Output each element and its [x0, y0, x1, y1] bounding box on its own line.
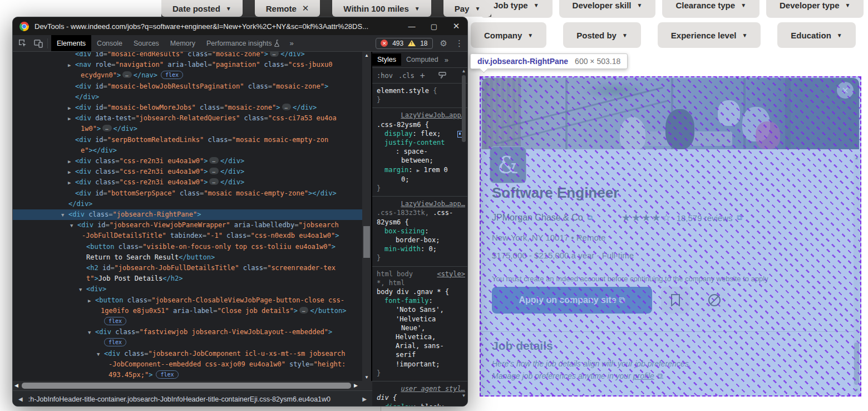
- expand-ellipsis-button[interactable]: …: [102, 125, 111, 131]
- css-line[interactable]: box-sizing:: [377, 227, 465, 236]
- elements-horizontal-scrollbar[interactable]: ◀ ▶: [13, 381, 372, 390]
- close-job-pane-button[interactable]: ✕: [837, 82, 854, 99]
- more-tabs-button[interactable]: »: [445, 56, 448, 64]
- filter-date-posted[interactable]: Date posted▼: [161, 0, 243, 17]
- css-line[interactable]: 'Noto Sans',: [377, 305, 465, 314]
- expand-arrow-closed-icon[interactable]: ▶: [88, 296, 91, 306]
- css-line[interactable]: border-box;: [377, 236, 465, 244]
- styles-scrollbar[interactable]: ▲ ▼: [461, 68, 467, 403]
- filter-company[interactable]: Company▼: [471, 22, 546, 48]
- filter-clearance-type[interactable]: Clearance type▼: [662, 0, 760, 18]
- dom-node-selected[interactable]: ▼<div class="jobsearch-RightPane">: [13, 209, 362, 220]
- expand-arrow-open-icon[interactable]: ▼: [88, 327, 91, 338]
- save-job-button[interactable]: [661, 287, 690, 314]
- stylesheet-link[interactable]: LazyViewJob…app…: [401, 111, 465, 120]
- scrollbar-thumb[interactable]: [22, 383, 351, 389]
- issues-badge[interactable]: ✕ 493 18: [376, 38, 432, 49]
- settings-gear-icon[interactable]: ⚙: [436, 38, 451, 48]
- dom-node[interactable]: ▶<div data-test="jobsearch-RelatedQuerie…: [13, 113, 362, 124]
- dom-node[interactable]: <h2 id="jobsearch-JobFullDetailsTitle" c…: [13, 263, 362, 273]
- breadcrumb-right-icon[interactable]: ▶: [357, 396, 372, 402]
- expand-ellipsis-button[interactable]: …: [209, 157, 218, 164]
- dom-node[interactable]: e"></div>: [13, 145, 362, 156]
- flex-badge[interactable]: flex: [104, 317, 126, 325]
- minimize-button[interactable]: —: [401, 17, 423, 35]
- css-line[interactable]: Neue',: [377, 324, 465, 332]
- tab-computed[interactable]: Computed: [401, 53, 443, 66]
- dom-node[interactable]: Return to Search Result</button>: [13, 252, 362, 263]
- profile-link[interactable]: profile: [633, 371, 654, 380]
- dom-node[interactable]: <div id="mosaic-endResults" class="mosai…: [13, 52, 362, 60]
- stylesheet-link[interactable]: LazyViewJob…app…: [401, 199, 465, 208]
- css-line[interactable]: !important;: [377, 360, 465, 369]
- expand-ellipsis-button[interactable]: …: [299, 307, 308, 314]
- breadcrumb-left-icon[interactable]: ◀: [13, 396, 28, 402]
- dom-node[interactable]: 1w0">…</div>: [13, 124, 362, 134]
- scrollbar-thumb[interactable]: [363, 226, 370, 258]
- dom-node[interactable]: ▶<div id="mosaic-belowMoreJobs" class="m…: [13, 102, 362, 113]
- css-line[interactable]: element.style {: [377, 86, 465, 95]
- css-line[interactable]: .css-82ysm6 {: [377, 120, 465, 129]
- filter-experience-level[interactable]: Experience level▼: [658, 22, 761, 48]
- more-tabs-button[interactable]: »: [286, 39, 297, 47]
- css-line[interactable]: Helvetica,: [377, 332, 465, 341]
- dom-node[interactable]: <button class="visible-on-focus-only top…: [13, 242, 362, 252]
- not-interested-button[interactable]: [700, 287, 729, 314]
- dom-node[interactable]: ▶<div class="css-re2n3i eu4oa1w0">…</div…: [13, 156, 362, 167]
- css-line[interactable]: 0;: [377, 175, 465, 184]
- expand-arrow-closed-icon[interactable]: ▶: [68, 167, 71, 178]
- toggle-element-state-button[interactable]: :hov: [377, 72, 393, 80]
- dom-node[interactable]: flex: [13, 316, 362, 327]
- filter-developer-skill[interactable]: Developer skill▼: [559, 0, 656, 18]
- elements-vertical-scrollbar[interactable]: ▲ ▼: [362, 52, 371, 381]
- css-line[interactable]: .css-183z3tk, .css-: [377, 208, 465, 217]
- new-style-rule-button[interactable]: +: [420, 71, 425, 81]
- expand-arrow-open-icon[interactable]: ▼: [79, 285, 82, 295]
- dom-node[interactable]: ▼<div class="jobsearch-JobComponent icl-…: [13, 349, 362, 359]
- css-line[interactable]: 'Helvetica: [377, 315, 465, 324]
- expand-arrow-closed-icon[interactable]: ▶: [68, 114, 71, 124]
- filter-within-100-miles[interactable]: Within 100 miles▼: [332, 0, 431, 17]
- breadcrumb[interactable]: :h-JobInfoHeader-title-container.jobsear…: [28, 395, 357, 403]
- tab-elements[interactable]: Elements: [51, 35, 91, 51]
- css-line[interactable]: margin: ▶ 1rem 0: [377, 165, 465, 175]
- apply-button[interactable]: Apply on company site ⧉: [492, 287, 652, 314]
- dom-node[interactable]: -JobComponent--embedded css-axjo09 eu4oa…: [13, 359, 362, 370]
- flex-badge[interactable]: flex: [104, 338, 126, 346]
- scrollbar-thumb[interactable]: [462, 75, 466, 142]
- dom-node[interactable]: ▼<div id="jobsearch-ViewjobPaneWrapper" …: [13, 220, 362, 231]
- dom-node[interactable]: ▶<nav role="navigation" aria-label="pagi…: [13, 60, 362, 70]
- expand-arrow-closed-icon[interactable]: ▶: [68, 178, 71, 188]
- expand-ellipsis-button[interactable]: …: [282, 104, 291, 110]
- dom-node[interactable]: ▶<button class="jobsearch-ClosableViewJo…: [13, 295, 362, 306]
- dom-node[interactable]: <div id="serpBottomRelatedLinks" class="…: [13, 135, 362, 145]
- filter-pay[interactable]: Pay▼: [443, 0, 492, 17]
- expand-arrow-open-icon[interactable]: ▼: [70, 221, 73, 231]
- dom-node[interactable]: ecydgvn0">…</nav>flex: [13, 70, 362, 81]
- dom-node[interactable]: </div>: [13, 92, 362, 102]
- dom-node[interactable]: <div id="mosaic-belowJobResultsPaginatio…: [13, 81, 362, 92]
- scrollbar-thumb[interactable]: [854, 342, 859, 385]
- dom-node[interactable]: ▶<div class="css-re2n3i eu4oa1w0">…</div…: [13, 177, 362, 188]
- close-button[interactable]: ✕: [445, 17, 467, 35]
- filter-developer-type[interactable]: Developer type▼: [766, 0, 864, 18]
- expand-arrow-open-icon[interactable]: ▼: [61, 210, 64, 221]
- css-line[interactable]: body div .gnav * {: [377, 287, 465, 296]
- css-line[interactable]: }: [377, 184, 465, 193]
- tab-styles[interactable]: Styles: [372, 53, 401, 66]
- css-line[interactable]: 82ysm6 {: [377, 218, 465, 227]
- css-declaration-overridden[interactable]: display: block;: [377, 403, 465, 407]
- css-line[interactable]: *, html: [377, 278, 465, 287]
- tab-performance-insights[interactable]: Performance insights: [201, 35, 286, 51]
- rendering-emulation-icon[interactable]: [438, 72, 446, 79]
- css-line[interactable]: between;: [377, 156, 465, 165]
- expand-arrow-closed-icon[interactable]: ▶: [68, 60, 71, 71]
- filter-remote[interactable]: Remote✕: [255, 0, 320, 17]
- css-line[interactable]: Arial, sans-: [377, 341, 465, 350]
- dom-node[interactable]: ▶<div class="css-re2n3i eu4oa1w0">…</div…: [13, 167, 362, 177]
- css-line[interactable]: div {: [377, 393, 465, 402]
- css-line[interactable]: font-family:: [377, 296, 465, 305]
- dom-node[interactable]: 1ge0ifo e8ju0x51" aria-label="Close job …: [13, 306, 362, 316]
- devtools-titlebar[interactable]: DevTools - www.indeed.com/jobs?q=softwar…: [13, 17, 467, 35]
- css-line[interactable]: }: [377, 253, 465, 262]
